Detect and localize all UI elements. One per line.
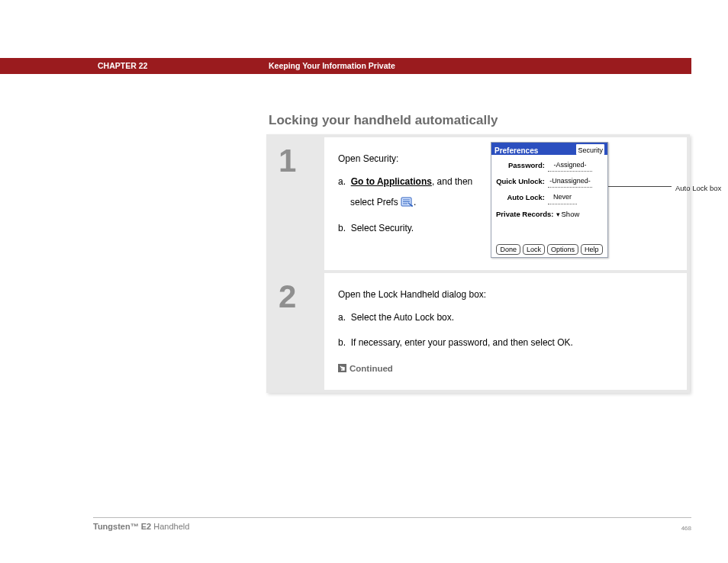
palm-quickunlock-value[interactable]: -Unassigned- bbox=[548, 175, 592, 188]
footer-product: Tungsten™ E2 Handheld bbox=[93, 522, 189, 531]
text: Select the Auto Lock box. bbox=[351, 312, 454, 323]
palm-row-password: Password: -Assigned- bbox=[496, 159, 603, 172]
steps-container: 1 Open Security: a. Go to Applications, … bbox=[266, 134, 690, 393]
step-number: 2 bbox=[279, 281, 324, 313]
palm-row-autolock: Auto Lock: Never bbox=[496, 191, 603, 204]
text: select Prefs bbox=[350, 197, 401, 208]
palm-password-value[interactable]: -Assigned- bbox=[548, 159, 592, 172]
chapter-label: CHAPTER 22 bbox=[98, 61, 147, 70]
step-sub-b: b. If necessary, enter your password, an… bbox=[338, 335, 676, 352]
step-number: 1 bbox=[279, 145, 324, 177]
step-sub-a: a. Go to Applications, and then select P… bbox=[338, 174, 485, 211]
palm-autolock-value[interactable]: Never bbox=[548, 191, 577, 204]
bullet-b: b. bbox=[338, 223, 346, 233]
palm-lock-button[interactable]: Lock bbox=[523, 244, 545, 255]
text: . bbox=[414, 197, 416, 208]
palm-done-button[interactable]: Done bbox=[496, 244, 520, 255]
palm-options-button[interactable]: Options bbox=[547, 244, 578, 255]
palm-label: Quick Unlock: bbox=[496, 175, 545, 188]
palm-private-records: Private Records:Show bbox=[496, 208, 603, 220]
step-sub-a: a. Select the Auto Lock box. bbox=[338, 310, 676, 327]
chapter-title: Keeping Your Information Private bbox=[269, 61, 395, 70]
palm-button-row: Done Lock Options Help bbox=[491, 244, 607, 255]
dropdown-arrow-icon[interactable] bbox=[554, 210, 562, 218]
prefs-icon bbox=[401, 196, 414, 208]
footer-rule bbox=[93, 517, 691, 518]
palm-label: Password: bbox=[496, 159, 545, 172]
step-intro: Open Security: bbox=[338, 151, 485, 168]
bullet-a: a. bbox=[338, 312, 346, 323]
palm-titlebar: Preferences Security bbox=[491, 143, 607, 155]
continued-arrow-icon bbox=[338, 364, 346, 372]
step-number-cell: 2 bbox=[269, 273, 324, 390]
palm-title-left: Preferences bbox=[494, 144, 538, 155]
svg-point-1 bbox=[411, 205, 413, 207]
text: If necessary, enter your password, and t… bbox=[351, 337, 573, 348]
bullet-b: b. bbox=[338, 337, 346, 348]
text: , and then bbox=[432, 176, 472, 187]
step-intro: Open the Lock Handheld dialog box: bbox=[338, 287, 676, 304]
palm-private-value[interactable]: Show bbox=[562, 210, 580, 218]
step-body: Open Security: a. Go to Applications, an… bbox=[324, 137, 687, 270]
footer-product-rest: Handheld bbox=[151, 522, 189, 531]
step-body: Open the Lock Handheld dialog box: a. Se… bbox=[324, 273, 687, 390]
callout-line bbox=[608, 186, 672, 187]
text: Select Security. bbox=[351, 223, 414, 233]
go-to-applications-link[interactable]: Go to Applications bbox=[351, 176, 432, 187]
section-heading: Locking your handheld automatically bbox=[269, 113, 498, 128]
continued-label: Continued bbox=[350, 364, 393, 373]
text-line: select Prefs . bbox=[350, 195, 485, 211]
step-1: 1 Open Security: a. Go to Applications, … bbox=[269, 137, 687, 270]
continued-indicator: Continued bbox=[338, 361, 676, 377]
step-2: 2 Open the Lock Handheld dialog box: a. … bbox=[269, 273, 687, 390]
palm-preferences-screenshot: Preferences Security Password: -Assigned… bbox=[491, 142, 608, 258]
palm-row-quickunlock: Quick Unlock: -Unassigned- bbox=[496, 175, 603, 188]
footer-product-bold: Tungsten™ E2 bbox=[93, 522, 151, 531]
palm-label: Auto Lock: bbox=[496, 191, 545, 204]
step-number-cell: 1 bbox=[269, 137, 324, 270]
chapter-header: CHAPTER 22 Keeping Your Information Priv… bbox=[0, 58, 691, 74]
palm-title-right: Security bbox=[576, 144, 604, 155]
bullet-a: a. bbox=[338, 176, 346, 187]
palm-help-button[interactable]: Help bbox=[581, 244, 603, 255]
palm-private-label: Private Records: bbox=[496, 210, 554, 218]
callout-autolock: Auto Lock box bbox=[675, 182, 728, 195]
palm-body: Password: -Assigned- Quick Unlock: -Unas… bbox=[491, 155, 607, 220]
step-sub-b: b. Select Security. bbox=[338, 220, 485, 237]
footer-page-number: 468 bbox=[681, 525, 691, 532]
